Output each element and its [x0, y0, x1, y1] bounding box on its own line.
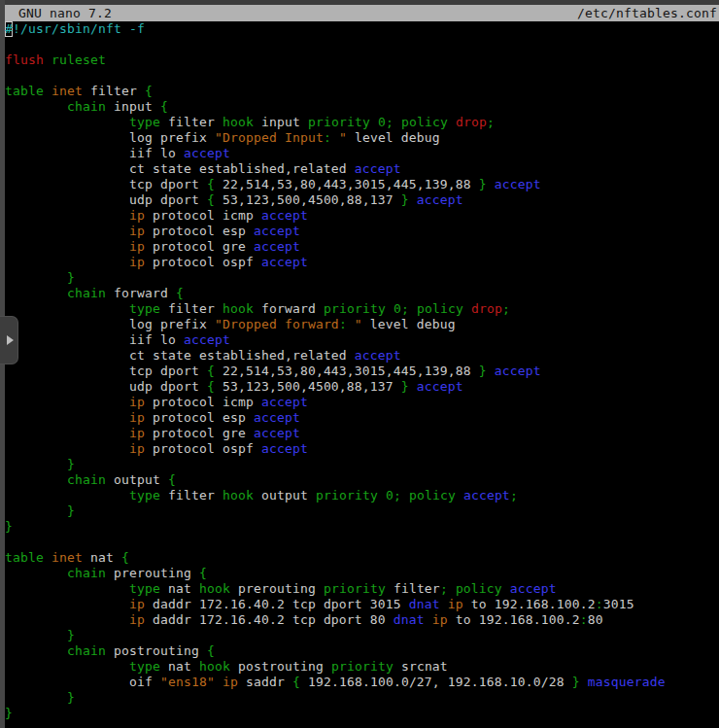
code-line: type filter hook input priority 0; polic…: [5, 115, 719, 130]
code-segment: "Dropped forward: [215, 317, 339, 331]
indent: [5, 177, 129, 191]
code-segment: drop: [456, 115, 487, 129]
code-line: }: [5, 628, 719, 643]
code-segment: dnat: [409, 597, 440, 611]
code-line: }: [5, 503, 719, 519]
code-line: type nat hook prerouting priority filter…: [5, 581, 719, 597]
app-version-label: GNU nano 7.2: [18, 5, 112, 21]
code-line: udp dport { 53,123,500,4500,88,137 } acc…: [5, 192, 719, 208]
code-segment: accept: [254, 410, 300, 425]
code-line: ip protocol gre accept: [5, 239, 719, 255]
code-segment: chain: [67, 472, 106, 487]
code-line: oif "ens18" ip saddr { 192.168.100.0/27,…: [5, 675, 719, 690]
code-segment: [487, 364, 495, 378]
indent: [5, 317, 129, 331]
code-line: chain input {: [5, 99, 719, 115]
indent: [5, 395, 129, 409]
code-segment: accept: [495, 364, 541, 378]
code-line: type filter hook output priority 0; poli…: [5, 488, 719, 503]
code-segment: [409, 301, 417, 316]
code-segment: level debug: [362, 317, 456, 331]
indent: [5, 659, 129, 674]
code-segment: tcp dport: [129, 177, 207, 191]
code-segment: table: [5, 84, 44, 98]
code-segment: prerouting: [230, 581, 324, 596]
indent: [5, 643, 67, 658]
nano-titlebar: GNU nano 7.2 /etc/nftables.conf: [5, 5, 719, 21]
code-line: flush ruleset: [5, 52, 719, 68]
code-line: ct state established,related accept: [5, 348, 719, 364]
code-segment: type: [129, 581, 160, 596]
code-line: ip daddr 172.16.40.2 tcp dport 3015 dnat…: [5, 597, 719, 612]
code-line: chain output {: [5, 472, 719, 488]
indent: [5, 239, 129, 254]
code-line: ip protocol ospf accept: [5, 255, 719, 270]
code-segment: [409, 192, 417, 207]
code-segment: accept: [417, 192, 463, 207]
code-segment: 3015: [603, 597, 634, 611]
code-line: }: [5, 519, 719, 535]
code-segment: chain: [67, 99, 106, 114]
code-segment: {: [121, 550, 129, 565]
code-segment: protocol ospf: [145, 441, 261, 456]
code-line: [5, 37, 719, 52]
code-segment: accept: [463, 488, 510, 503]
code-line: tcp dport { 22,514,53,80,443,3015,445,13…: [5, 177, 719, 192]
indent: [5, 301, 129, 316]
code-segment: filter: [160, 115, 223, 129]
code-segment: udp dport: [129, 379, 207, 394]
code-segment: [440, 597, 448, 611]
code-segment: [44, 550, 51, 565]
code-segment: {: [160, 99, 168, 114]
code-segment: ip: [129, 395, 145, 409]
code-segment: level debug: [347, 130, 440, 145]
code-segment: oif: [129, 675, 160, 689]
indent: [5, 161, 129, 176]
code-segment: }: [67, 628, 75, 642]
code-segment: forward: [254, 301, 324, 316]
code-segment: [386, 301, 394, 316]
code-line: ip protocol icmp accept: [5, 395, 719, 410]
sidebar-reveal-handle[interactable]: [0, 316, 18, 364]
code-segment: daddr 172.16.40.2 tcp dport 80: [145, 612, 394, 627]
indent: [5, 628, 67, 642]
code-line: chain forward {: [5, 286, 719, 301]
code-line: type nat hook postrouting priority srcna…: [5, 659, 719, 675]
code-segment: accept: [261, 208, 308, 223]
code-segment: protocol gre: [145, 426, 254, 440]
indent: [5, 690, 67, 705]
code-segment: 53,123,500,4500,88,137: [215, 192, 401, 207]
code-line: ip protocol icmp accept: [5, 208, 719, 224]
code-segment: chain: [67, 566, 106, 580]
code-segment: dnat: [394, 612, 425, 627]
code-segment: {: [207, 643, 215, 658]
code-segment: "ens18": [160, 675, 215, 689]
code-segment: forward: [106, 286, 176, 300]
code-segment: }: [5, 706, 13, 720]
code-segment: saddr: [238, 675, 292, 689]
indent: [5, 457, 67, 471]
code-segment: input: [106, 99, 160, 114]
code-segment: }: [67, 690, 75, 705]
editor-area[interactable]: #!/usr/sbin/nft -fflush rulesettable ine…: [5, 21, 719, 728]
indent: [5, 503, 67, 518]
code-segment: policy: [409, 488, 456, 503]
code-segment: type: [129, 659, 160, 674]
code-segment: }: [401, 379, 409, 394]
code-line: }: [5, 690, 719, 706]
code-segment: accept: [254, 224, 300, 238]
code-segment: ;: [510, 488, 518, 503]
code-segment: priority: [324, 581, 386, 596]
code-segment: output: [254, 488, 316, 503]
code-line: tcp dport { 22,514,53,80,443,3015,445,13…: [5, 364, 719, 379]
indent: [5, 332, 129, 347]
code-segment: flush: [5, 52, 44, 67]
code-segment: ip: [432, 612, 448, 627]
code-segment: 53,123,500,4500,88,137: [215, 379, 401, 394]
indent: [5, 441, 129, 456]
code-segment: [409, 379, 417, 394]
indent: [5, 192, 129, 207]
code-segment: [215, 675, 223, 689]
code-segment: }: [479, 364, 487, 378]
code-segment: ip: [129, 255, 145, 269]
